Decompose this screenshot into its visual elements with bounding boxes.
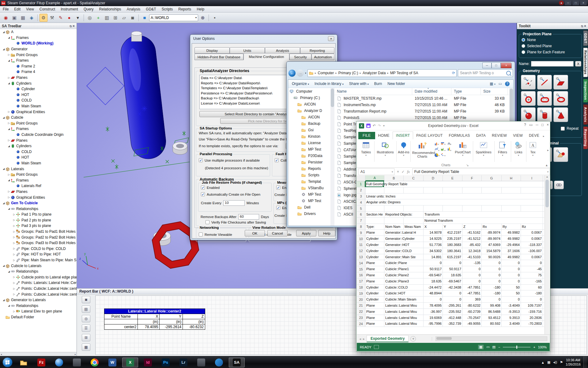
tree-item-cylinder[interactable]: Cylinder — [0, 86, 77, 92]
repeat-option[interactable]: Repeat — [561, 126, 579, 131]
inspect-icon[interactable]: ◎ — [82, 315, 90, 322]
cell-F8[interactable]: Z — [462, 224, 482, 230]
search-box[interactable]: Search MP Testing o — [458, 69, 513, 77]
cell-B19[interactable]: Cubicle::HOT — [384, 290, 424, 296]
cell-I16[interactable]: 75 — [521, 272, 543, 278]
excel-tab-formulas[interactable]: FORMULAS — [446, 132, 473, 139]
cell-G18[interactable]: -180 — [482, 285, 502, 290]
tree-item-pipe-hot-to-pipe-hot[interactable]: ▷Pipe: HOT to Pipe: HOT — [0, 251, 77, 257]
cell-E19[interactable]: 0 — [443, 290, 462, 296]
tree-item-point-groups[interactable]: ▷Point Groups — [0, 121, 77, 126]
row-header-11[interactable]: 11 — [357, 242, 365, 248]
tree-expander-icon[interactable]: ▷ — [12, 293, 16, 296]
cell-D24[interactable]: -95.7996 — [424, 321, 443, 327]
cell-I13[interactable]: 0.0067 — [521, 254, 543, 260]
tree-item-groups-pad3-to-pad3-bolt-holes[interactable]: ▷Groups: Pad3 to Pad3 Bolt Holes — [0, 240, 77, 246]
cell-H22[interactable]: -9.3913 — [502, 309, 521, 315]
tree-item-gen-to-cubicle[interactable]: ◢Gen To Cubicle — [0, 200, 77, 206]
menu-query[interactable]: Query — [81, 6, 96, 12]
tree-item-cubicle-points-to-lateral-edge-planes[interactable]: ▷Cubicle points to Lateral edge planes — [0, 274, 77, 280]
cell-B14[interactable]: Cubicle::Plane — [384, 260, 424, 266]
cell-B21[interactable]: Laterals::Lateral Mou — [384, 303, 424, 309]
cell-I2[interactable] — [521, 187, 543, 193]
sidebar-item-persister[interactable]: Persister — [288, 159, 330, 165]
tree-item-cubicle-to-laterals[interactable]: ◢Cubicle to Laterals — [0, 263, 77, 269]
cell-A5[interactable] — [365, 205, 384, 211]
sidebar-item-kinston[interactable]: Kinston — [288, 133, 330, 140]
tree-item-cylinders[interactable]: ◢Cylinders — [0, 80, 77, 86]
tree-item-pad-2-pts-to-plane[interactable]: ▷Pad 2 pts to plane — [0, 217, 77, 223]
cell-B9[interactable]: Generator::Lateral H — [384, 230, 424, 236]
tree-item-frames[interactable]: ◢Frames — [0, 35, 77, 41]
sidebar-item-scripts[interactable]: Scripts — [288, 172, 330, 178]
tree-expander-icon[interactable]: ▷ — [12, 236, 16, 239]
row-header-24[interactable]: 24 — [357, 321, 365, 327]
verify-checksums-checkbox[interactable] — [205, 220, 209, 224]
share-with-button[interactable]: Share with ▾ — [349, 82, 369, 86]
sidebar-item-aicon[interactable]: AICON — [288, 101, 330, 107]
tree-expander-icon[interactable]: ▷ — [12, 282, 16, 284]
radio-icon[interactable] — [522, 44, 525, 48]
cell-A12[interactable]: Cylinder — [365, 248, 384, 254]
cancel-button[interactable]: Cancel — [267, 230, 288, 236]
insert-function-icon[interactable]: fx — [407, 170, 410, 174]
cell-D5[interactable] — [424, 205, 443, 211]
organize-button[interactable]: Organize ▾ — [292, 82, 309, 86]
tree-expander-icon[interactable]: ◢ — [2, 48, 6, 51]
forward-button[interactable]: → — [297, 70, 304, 77]
view-icon[interactable]: ■ — [141, 14, 149, 22]
tree-expander-icon[interactable]: ◢ — [7, 128, 11, 130]
menu-construct[interactable]: Construct — [37, 6, 58, 12]
toolbar-icon-13[interactable]: ▥ — [103, 14, 111, 22]
tree-expander-icon[interactable]: ▷ — [12, 310, 16, 313]
radio-selected-plane[interactable]: Selected Plane — [519, 43, 582, 49]
tab-units[interactable]: Units — [230, 47, 265, 54]
cell-B13[interactable]: Generator::Main Ste — [384, 254, 424, 260]
breadcrumb-analyzer-data[interactable]: Analyzer Data — [363, 71, 386, 75]
cell-H2[interactable] — [502, 187, 521, 193]
taskbar-app-word[interactable]: W — [104, 358, 120, 367]
row-header-5[interactable]: 5 — [357, 205, 365, 211]
menu-scripts[interactable]: Scripts — [159, 6, 176, 12]
tree-expander-icon[interactable]: ▷ — [7, 76, 11, 79]
cell-D18[interactable]: -24.4472 — [424, 285, 443, 290]
cell-A4[interactable]: Angular units: Degrees — [365, 199, 543, 205]
tree-item-planes[interactable]: ▷Planes — [0, 137, 77, 143]
cell-H19[interactable]: 50 — [502, 290, 521, 296]
wcf-lock-icon[interactable]: ⊗ — [199, 14, 207, 22]
menu-reports[interactable]: Reports — [175, 6, 194, 12]
fit-ellipse-button[interactable] — [553, 91, 568, 106]
chart-type-buttons[interactable]: ▾ ▾ ▾ ▾ ▾ ▾ ▾ ▾ — [434, 141, 453, 159]
illustrations-group[interactable]: Illustrations▾ — [375, 141, 395, 157]
cell-D2[interactable] — [424, 187, 443, 193]
tree-item-world-working-[interactable]: WORLD (Working) — [0, 40, 77, 46]
menu-help[interactable]: Help — [194, 6, 207, 12]
sidebar-item-computer[interactable]: Computer — [288, 88, 330, 94]
cell-H13[interactable]: 49.9982 — [502, 254, 521, 260]
cell-I24[interactable]: -70.2803 — [521, 321, 543, 327]
cell-B15[interactable]: Cubicle::Plane1 — [384, 266, 424, 272]
menu-analysis[interactable]: Analysis — [124, 6, 143, 12]
radio-icon[interactable] — [522, 38, 525, 42]
mps-enabled-checkbox[interactable] — [276, 206, 280, 210]
cell-A14[interactable]: Plane — [365, 260, 384, 266]
tree-expander-icon[interactable]: ◢ — [7, 179, 11, 182]
macro-record-icon[interactable] — [374, 345, 379, 349]
cancel-entry-icon[interactable]: × — [397, 170, 399, 174]
row-header-13[interactable]: 13 — [357, 254, 365, 260]
cell-E18[interactable]: -42.3438 — [443, 285, 462, 290]
file-row-instrumenttests-mp[interactable]: InstrumentTests.mp7/27/2015 11:00 AMMP F… — [334, 102, 509, 108]
sidebar-item-primary-c-[interactable]: Primary (C:) — [288, 94, 330, 101]
tree-expander-icon[interactable]: ▷ — [7, 190, 11, 193]
toolbar-icon-2[interactable]: ▦ — [19, 14, 27, 22]
breadcrumb-computer[interactable]: Computer — [318, 71, 334, 75]
cell-E2[interactable] — [443, 187, 462, 193]
cell-F21[interactable]: -80.6232 — [462, 303, 482, 309]
row-header-3[interactable]: 3 — [357, 194, 365, 199]
collapse-ribbon-icon[interactable]: ▲ — [545, 163, 548, 167]
row-header-16[interactable]: 16 — [357, 272, 365, 278]
tree-item-laterals-ref[interactable]: Laterals Ref — [0, 183, 77, 189]
cell-F19[interactable]: -47.7851 — [462, 290, 482, 296]
cell-D11[interactable]: 51.7736 — [424, 242, 443, 248]
row-header-22[interactable]: 22 — [357, 309, 365, 315]
